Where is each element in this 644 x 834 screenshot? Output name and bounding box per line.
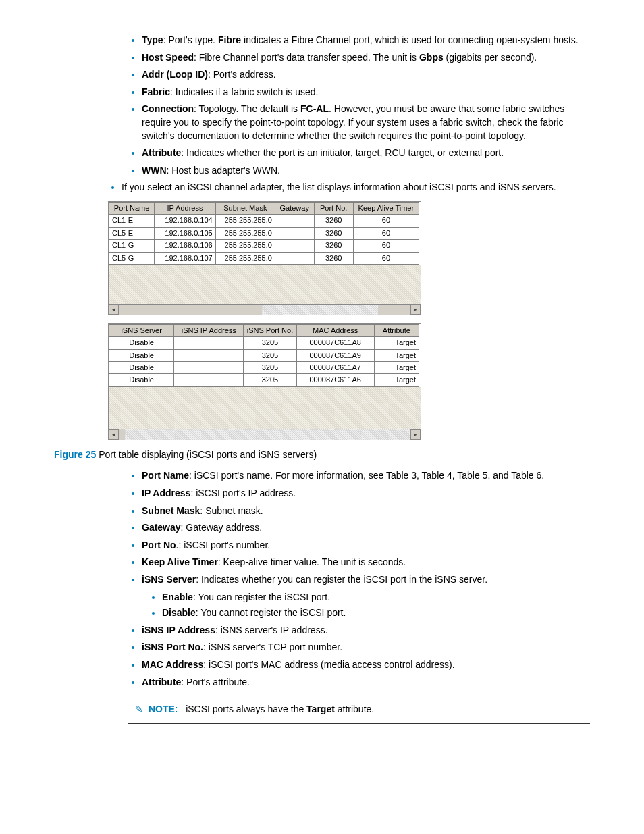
table-cell: 255.255.255.0 bbox=[215, 240, 275, 252]
col-header: Keep Alive Timer bbox=[353, 202, 419, 214]
outer-bullet: If you select an iSCSI channel adapter, … bbox=[54, 181, 590, 194]
table-cell: 3205 bbox=[244, 374, 297, 386]
col-header: iSNS Server bbox=[109, 324, 174, 336]
table-cell bbox=[275, 227, 314, 239]
table-row: Disable3205000087C611A9Target bbox=[109, 349, 419, 361]
table-row: CL1-E192.168.0.104255.255.255.0326060 bbox=[109, 215, 419, 227]
table-cell: 255.255.255.0 bbox=[215, 252, 275, 264]
table-cell: 60 bbox=[353, 240, 419, 252]
table-cell: Disable bbox=[109, 349, 174, 361]
table-cell: 000087C611A8 bbox=[296, 337, 374, 349]
col-header: Port No. bbox=[314, 202, 353, 214]
table-row: CL1-G192.168.0.106255.255.255.0326060 bbox=[109, 240, 419, 252]
table-cell: Target bbox=[374, 349, 419, 361]
table-cell bbox=[275, 240, 314, 252]
table-row: CL5-E192.168.0.105255.255.255.0326060 bbox=[109, 227, 419, 239]
table-row: Disable3205000087C611A8Target bbox=[109, 337, 419, 349]
table-cell: 3260 bbox=[314, 215, 353, 227]
table-cell: 255.255.255.0 bbox=[215, 215, 275, 227]
table-cell: 000087C611A7 bbox=[296, 362, 374, 374]
table-cell bbox=[174, 337, 244, 349]
iscsi-port-table-box: Port NameIP AddressSubnet MaskGatewayPor… bbox=[108, 201, 421, 315]
col-header: Subnet Mask bbox=[215, 202, 275, 214]
isns-server-table: iSNS ServeriSNS IP AddressiSNS Port No.M… bbox=[109, 324, 419, 387]
table-cell: Disable bbox=[109, 374, 174, 386]
table-cell: Target bbox=[374, 374, 419, 386]
table-cell: 3260 bbox=[314, 252, 353, 264]
table-cell: CL5-G bbox=[109, 252, 155, 264]
table-cell: CL1-G bbox=[109, 240, 155, 252]
table-row: Disable3205000087C611A7Target bbox=[109, 362, 419, 374]
note-rule-bottom bbox=[128, 723, 590, 724]
table-cell: 3260 bbox=[314, 240, 353, 252]
table1-scrollbar[interactable]: ◂ ▸ bbox=[109, 304, 421, 315]
col-header: iSNS IP Address bbox=[174, 324, 244, 336]
table-cell bbox=[174, 349, 244, 361]
table-cell: 60 bbox=[353, 215, 419, 227]
col-header: Gateway bbox=[275, 202, 314, 214]
table-cell: Target bbox=[374, 337, 419, 349]
scroll-right-icon[interactable]: ▸ bbox=[410, 429, 421, 440]
table-cell: CL1-E bbox=[109, 215, 155, 227]
table-cell: Disable bbox=[109, 337, 174, 349]
table-cell: 3205 bbox=[244, 362, 297, 374]
scroll-right-icon[interactable]: ▸ bbox=[410, 305, 421, 315]
table-cell: 60 bbox=[353, 252, 419, 264]
table-cell: 255.255.255.0 bbox=[215, 227, 275, 239]
col-header: IP Address bbox=[155, 202, 215, 214]
table-cell: 000087C611A6 bbox=[296, 374, 374, 386]
table1-empty-area bbox=[109, 265, 421, 304]
note-block: ✎ NOTE: iSCSI ports always have the Targ… bbox=[149, 703, 590, 716]
table-cell: Target bbox=[374, 362, 419, 374]
figure-caption: Figure 25 Port table displaying (iSCSI p… bbox=[54, 448, 590, 462]
note-rule-top bbox=[128, 696, 590, 696]
table-cell: 192.168.0.105 bbox=[155, 227, 215, 239]
table2-scrollbar[interactable]: ◂ ▸ bbox=[109, 429, 421, 440]
table-cell: 3205 bbox=[244, 337, 297, 349]
top-bullet-list: Type: Port's type. Fibre indicates a Fib… bbox=[115, 34, 590, 177]
table2-empty-area bbox=[109, 387, 421, 429]
table-row: CL5-G192.168.0.107255.255.255.0326060 bbox=[109, 252, 419, 264]
col-header: Port Name bbox=[109, 202, 155, 214]
table-cell: 3205 bbox=[244, 349, 297, 361]
isns-server-table-box: iSNS ServeriSNS IP AddressiSNS Port No.M… bbox=[108, 323, 421, 440]
note-icon: ✎ bbox=[135, 703, 146, 716]
table-cell bbox=[174, 374, 244, 386]
table-cell bbox=[275, 252, 314, 264]
table-cell: CL5-E bbox=[109, 227, 155, 239]
bottom-bullet-list: Port Name: iSCSI port's name. For more i… bbox=[115, 469, 590, 689]
table-cell: 3260 bbox=[314, 227, 353, 239]
table-cell: 60 bbox=[353, 227, 419, 239]
col-header: iSNS Port No. bbox=[244, 324, 297, 336]
iscsi-port-table: Port NameIP AddressSubnet MaskGatewayPor… bbox=[109, 202, 419, 265]
col-header: MAC Address bbox=[296, 324, 374, 336]
table-row: Disable3205000087C611A6Target bbox=[109, 374, 419, 386]
table-cell: 192.168.0.104 bbox=[155, 215, 215, 227]
table-cell: 192.168.0.107 bbox=[155, 252, 215, 264]
scroll-left-icon[interactable]: ◂ bbox=[109, 429, 119, 440]
table-cell: 192.168.0.106 bbox=[155, 240, 215, 252]
table-cell bbox=[174, 362, 244, 374]
table-cell: 000087C611A9 bbox=[296, 349, 374, 361]
table-cell bbox=[275, 215, 314, 227]
col-header: Attribute bbox=[374, 324, 419, 336]
table-cell: Disable bbox=[109, 362, 174, 374]
scroll-left-icon[interactable]: ◂ bbox=[109, 305, 119, 315]
